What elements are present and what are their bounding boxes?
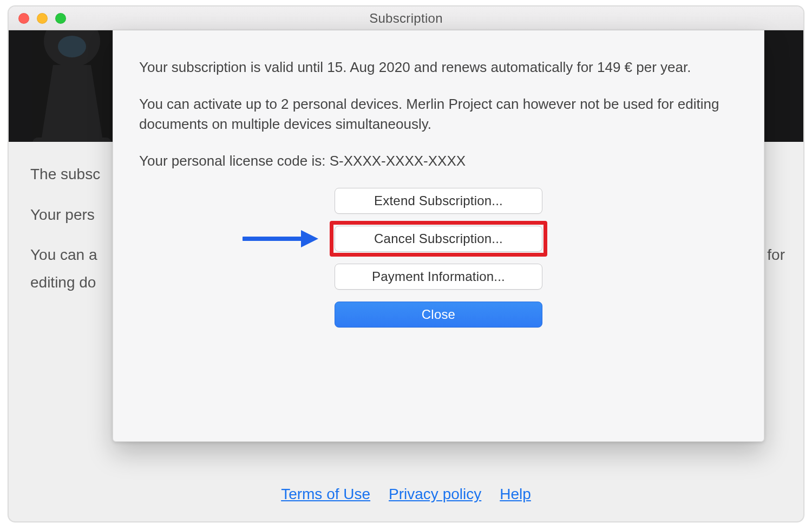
extend-subscription-label: Extend Subscription... — [374, 193, 503, 208]
privacy-policy-link[interactable]: Privacy policy — [389, 486, 481, 503]
close-button[interactable]: Close — [335, 302, 542, 328]
window-zoom-button[interactable] — [55, 13, 66, 24]
help-link[interactable]: Help — [500, 486, 531, 503]
close-button-label: Close — [422, 307, 455, 322]
cancel-subscription-label: Cancel Subscription... — [374, 231, 503, 246]
subscription-license-text: Your personal license code is: S-XXXX-XX… — [139, 151, 738, 172]
bg-line-3b: for — [767, 244, 785, 266]
payment-information-button[interactable]: Payment Information... — [335, 264, 542, 290]
subscription-devices-text: You can activate up to 2 personal device… — [139, 94, 738, 135]
subscription-validity-text: Your subscription is valid until 15. Aug… — [139, 57, 738, 78]
subscription-button-stack: Extend Subscription... Cancel Subscripti… — [139, 188, 738, 328]
window-minimize-button[interactable] — [37, 13, 48, 24]
bg-line-4: editing do — [30, 274, 96, 291]
bg-line-2: Your pers — [30, 206, 95, 223]
window-frame: Subscription The subsc Your pers You can… — [8, 5, 804, 522]
footer-links: Terms of Use Privacy policy Help — [9, 486, 803, 503]
titlebar: Subscription — [9, 6, 803, 30]
chess-pawn-icon — [21, 30, 123, 142]
payment-information-label: Payment Information... — [372, 269, 505, 284]
terms-of-use-link[interactable]: Terms of Use — [281, 486, 370, 503]
annotation-arrow-icon — [243, 228, 318, 250]
svg-point-1 — [58, 36, 86, 57]
extend-subscription-button[interactable]: Extend Subscription... — [335, 188, 542, 214]
svg-rect-2 — [32, 138, 112, 142]
window-close-button[interactable] — [18, 13, 29, 24]
subscription-sheet: Your subscription is valid until 15. Aug… — [113, 30, 764, 442]
bg-line-1: The subsc — [30, 166, 100, 182]
cancel-subscription-highlight: Cancel Subscription... — [335, 226, 542, 252]
traffic-lights — [18, 13, 66, 24]
bg-line-3a: You can a — [30, 246, 97, 263]
window-title: Subscription — [369, 11, 443, 26]
svg-marker-4 — [301, 230, 318, 247]
cancel-subscription-button[interactable]: Cancel Subscription... — [335, 226, 542, 252]
